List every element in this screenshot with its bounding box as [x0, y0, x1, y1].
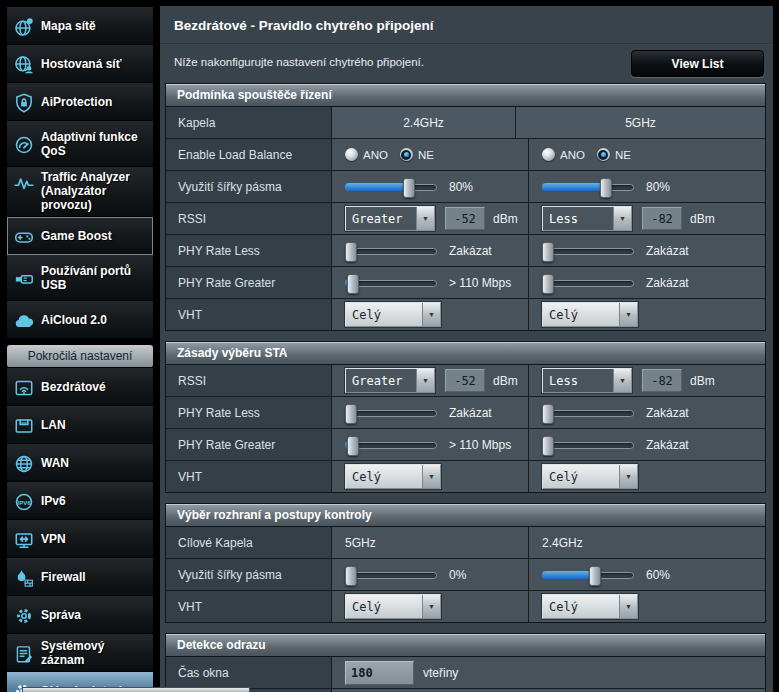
select-value: Celý — [543, 303, 619, 326]
bottom-scroll-strip[interactable] — [22, 687, 250, 692]
row-label: Kapela — [166, 107, 331, 138]
slider-track[interactable] — [542, 280, 634, 287]
slider-track[interactable] — [542, 248, 634, 255]
slider-handle[interactable] — [347, 274, 359, 294]
slider-value-label: Zakázat — [646, 406, 689, 420]
window-time-input[interactable] — [345, 661, 414, 685]
sidebar-item-firewall[interactable]: Firewall — [7, 558, 153, 596]
slider-value-label: 80% — [646, 180, 670, 194]
slider-handle[interactable] — [347, 436, 359, 456]
table-row: VHT Celý ▼ Celý ▼ — [166, 590, 765, 622]
slider-track[interactable] — [345, 572, 437, 579]
slider-value-label: 80% — [449, 180, 473, 194]
slider-handle[interactable] — [345, 404, 357, 424]
gamepad-icon — [7, 224, 41, 248]
sidebar-item-ipv6[interactable]: IPV6 IPv6 — [7, 482, 153, 520]
slider-handle[interactable] — [600, 178, 612, 198]
phy-rate-slider[interactable] — [542, 273, 634, 293]
vht-select[interactable]: Celý ▼ — [345, 594, 441, 619]
vht-select[interactable]: Celý ▼ — [345, 464, 441, 489]
slider-track[interactable] — [345, 248, 437, 255]
slider-handle[interactable] — [542, 404, 554, 424]
sidebar-item-aicloud[interactable]: AiCloud 2.0 — [7, 301, 153, 339]
slider-handle[interactable] — [403, 178, 415, 198]
sidebar-item-network-map[interactable]: Mapa sítě — [7, 7, 153, 45]
phy-rate-slider[interactable] — [542, 241, 634, 261]
slider-value-label: 60% — [646, 568, 670, 582]
vht-select[interactable]: Celý ▼ — [345, 302, 441, 327]
row-label: PHY Rate Greater — [166, 267, 331, 298]
sidebar-item-usb[interactable]: Používání portů USB — [7, 255, 153, 301]
rssi-operator-select[interactable]: Greater ▼ — [345, 368, 435, 393]
radio-ne[interactable] — [400, 148, 413, 161]
slider-track[interactable] — [345, 410, 437, 417]
row-label: VHT — [166, 461, 331, 492]
section-header: Podmínka spouštěče řízení — [166, 84, 765, 107]
rssi-operator-select[interactable]: Less ▼ — [542, 368, 632, 393]
radio-label: ANO — [560, 149, 585, 161]
radio-ano[interactable] — [345, 148, 358, 161]
sidebar-item-system-log[interactable]: Systémový záznam — [7, 634, 153, 672]
phy-rate-slider[interactable] — [345, 241, 437, 261]
sidebar-item-game-boost[interactable]: Game Boost — [7, 217, 153, 255]
ipv6-icon: IPV6 — [7, 489, 41, 513]
rssi-operator-select[interactable]: Less ▼ — [542, 206, 632, 231]
sidebar-item-administration[interactable]: Správa — [7, 596, 153, 634]
chevron-down-icon: ▼ — [619, 595, 637, 618]
bandwidth-slider[interactable] — [345, 565, 437, 585]
wireless-icon — [7, 375, 41, 399]
rssi-value-input[interactable] — [445, 369, 485, 392]
table-row: PHY Rate Less Zakázat Zakázat — [166, 396, 765, 428]
network-map-icon — [7, 14, 41, 38]
select-value: Celý — [543, 465, 619, 488]
slider-track[interactable] — [542, 410, 634, 417]
slider-handle[interactable] — [542, 274, 554, 294]
section-steering-trigger: Podmínka spouštěče řízení Kapela 2.4GHz … — [165, 83, 766, 331]
sidebar-item-lan[interactable]: LAN — [7, 406, 153, 444]
sidebar-item-wireless[interactable]: Bezdrátové — [7, 368, 153, 406]
bandwidth-slider[interactable] — [542, 177, 634, 197]
select-value: Celý — [346, 595, 422, 618]
rssi-value-input[interactable] — [642, 369, 682, 392]
radio-ne[interactable] — [597, 148, 610, 161]
section-interface-select: Výběr rozhraní a postupy kontroly Cílové… — [165, 503, 766, 623]
sidebar: Mapa sítě Hostovaná síť AiProtection Ada… — [7, 7, 153, 692]
bandwidth-slider[interactable] — [345, 177, 437, 197]
vht-select[interactable]: Celý ▼ — [542, 464, 638, 489]
slider-handle[interactable] — [345, 566, 357, 586]
sidebar-item-wan[interactable]: WAN — [7, 444, 153, 482]
vht-select[interactable]: Celý ▼ — [542, 302, 638, 327]
rssi-operator-select[interactable]: Greater ▼ — [345, 206, 435, 231]
bandwidth-slider[interactable] — [542, 565, 634, 585]
slider-track[interactable] — [542, 442, 634, 449]
radio-ano[interactable] — [542, 148, 555, 161]
rssi-value-input[interactable] — [445, 207, 485, 230]
band-cell-5ghz: 5GHz — [515, 107, 765, 138]
unit-label: dBm — [690, 374, 715, 388]
slider-value-label: > 110 Mbps — [449, 276, 511, 290]
qos-gauge-icon — [7, 132, 41, 156]
phy-rate-slider[interactable] — [345, 435, 437, 455]
vht-select[interactable]: Celý ▼ — [542, 594, 638, 619]
slider-handle[interactable] — [345, 242, 357, 262]
table-row: RSSI Greater ▼ dBm Less ▼ dBm — [166, 365, 765, 396]
phy-rate-slider[interactable] — [345, 403, 437, 423]
sidebar-item-guest-network[interactable]: Hostovaná síť — [7, 45, 153, 83]
view-list-button[interactable]: View List — [631, 50, 764, 77]
row-label: Čas okna — [166, 657, 331, 688]
rssi-value-input[interactable] — [642, 207, 682, 230]
row-label: Využití šířky pásma — [166, 171, 331, 202]
sidebar-item-adaptive-qos[interactable]: Adaptivní funkce QoS — [7, 121, 153, 167]
slider-handle[interactable] — [542, 242, 554, 262]
unit-label: dBm — [690, 212, 715, 226]
phy-rate-slider[interactable] — [542, 435, 634, 455]
sidebar-item-aiprotection[interactable]: AiProtection — [7, 83, 153, 121]
sidebar-item-traffic-analyzer[interactable]: Traffic Analyzer (Analyzátor provozu) — [7, 167, 153, 217]
slider-fill — [542, 183, 606, 191]
slider-handle[interactable] — [542, 436, 554, 456]
phy-rate-slider[interactable] — [542, 403, 634, 423]
radio-label: ANO — [363, 149, 388, 161]
phy-rate-slider[interactable] — [345, 273, 437, 293]
sidebar-item-vpn[interactable]: VPN — [7, 520, 153, 558]
slider-handle[interactable] — [589, 566, 601, 586]
